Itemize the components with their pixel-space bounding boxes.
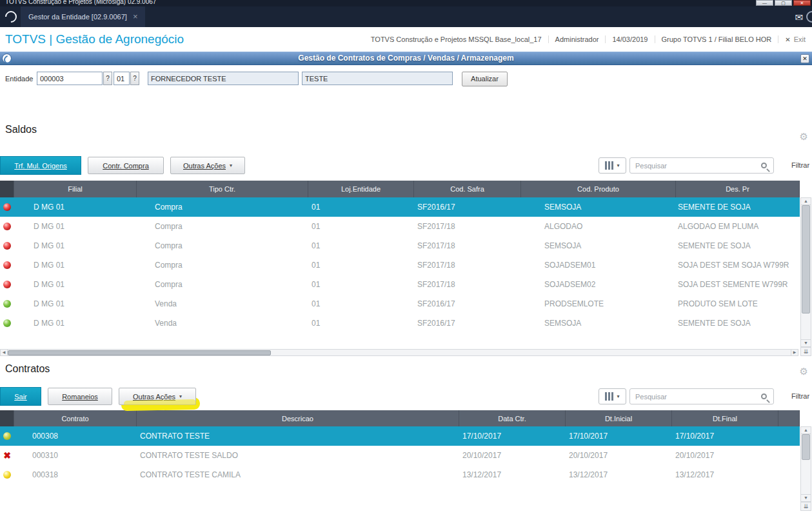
- store-lookup-button[interactable]: ?: [130, 72, 139, 85]
- scroll-thumb[interactable]: [8, 350, 271, 355]
- table-row[interactable]: D MG 01 Compra 01 SF2017/18 SOJADSEM02 S…: [0, 275, 800, 294]
- column-header[interactable]: Descricao: [137, 410, 459, 426]
- search-icon[interactable]: [761, 393, 767, 399]
- contratos-search-box: [629, 388, 774, 404]
- column-header[interactable]: Des. Pr: [676, 181, 800, 197]
- contratos-gear-icon[interactable]: ⚙: [800, 366, 808, 377]
- maximize-button[interactable]: ▢: [775, 0, 792, 6]
- column-header[interactable]: Dt.Final: [672, 410, 778, 426]
- saldos-toolbar: Trf. Mul. Origens Contr. Compra Outras A…: [0, 156, 812, 175]
- dialog-close-button[interactable]: ✕: [800, 54, 809, 63]
- contratos-table: Contrato Descricao Data Ctr. Dt.Inicial …: [0, 410, 800, 484]
- cell-tipo: Compra: [137, 241, 308, 250]
- sair-button[interactable]: Sair: [0, 387, 41, 406]
- scroll-up-icon[interactable]: ▲: [800, 197, 811, 205]
- cell-filial: D MG 01: [14, 222, 137, 231]
- saldos-gear-icon[interactable]: ⚙: [800, 131, 808, 143]
- saldos-column-config-button[interactable]: ▾: [599, 157, 626, 174]
- contratos-column-config-button[interactable]: ▾: [599, 388, 626, 404]
- column-header[interactable]: Contrato: [14, 410, 137, 426]
- scroll-track[interactable]: [800, 205, 811, 339]
- table-row[interactable]: 000318 CONTRATO TESTE CAMILA 13/12/2017 …: [0, 465, 800, 484]
- mail-icon[interactable]: ✉: [795, 12, 803, 23]
- scroll-down-icon[interactable]: ▼: [800, 339, 811, 347]
- status-column-header: [0, 181, 14, 197]
- saldos-search-input[interactable]: [630, 162, 761, 170]
- saldos-section-title: Saldos: [5, 124, 37, 135]
- scroll-thumb[interactable]: [802, 205, 810, 314]
- saldos-outras-acoes-button[interactable]: Outras Ações ▾: [170, 157, 245, 174]
- scroll-up-icon[interactable]: ▲: [800, 426, 811, 434]
- cell-produto: ALGODAO: [521, 222, 676, 231]
- table-row[interactable]: D MG 01 Venda 01 SF2016/17 PRODSEMLOTE P…: [0, 294, 800, 314]
- column-header[interactable]: Cod. Safra: [414, 181, 521, 197]
- saldos-vertical-scrollbar: ▲ ▼ ⇊: [800, 197, 811, 356]
- scroll-jump-down-icon[interactable]: ⇊: [800, 502, 811, 511]
- cell-descricao: CONTRATO TESTE: [137, 432, 459, 441]
- cell-descricao: CONTRATO TESTE SALDO: [137, 451, 459, 460]
- cell-tipo: Venda: [137, 299, 308, 308]
- caret-down-icon: ▾: [617, 393, 619, 399]
- cell-loja: 01: [308, 222, 414, 231]
- trf-mul-origens-button[interactable]: Trf. Mul. Origens: [0, 156, 81, 175]
- cell-filial: D MG 01: [14, 319, 137, 328]
- column-header[interactable]: Loj.Entidade: [308, 181, 414, 197]
- tab-gestor-entidade[interactable]: Gestor da Entidade [02.9.0067] ×: [21, 6, 145, 27]
- cell-descricao: CONTRATO TESTE CAMILA: [137, 470, 459, 479]
- scroll-track[interactable]: [8, 349, 791, 356]
- entity-name-field: [148, 72, 299, 85]
- user-label: Administrador: [549, 35, 606, 43]
- cell-tipo: Compra: [137, 261, 308, 270]
- cell-filial: D MG 01: [14, 261, 137, 270]
- cell-tipo: Venda: [137, 319, 308, 328]
- column-header[interactable]: Data Ctr.: [459, 410, 566, 426]
- column-header[interactable]: Dt.Inicial: [566, 410, 672, 426]
- table-row[interactable]: 000308 CONTRATO TESTE 17/10/2017 17/10/2…: [0, 426, 800, 446]
- cell-filial: D MG 01: [14, 280, 137, 289]
- status-icon: [3, 203, 11, 211]
- table-row[interactable]: D MG 01 Venda 01 SF2016/17 SEMSOJA SEMEN…: [0, 314, 800, 333]
- romaneios-button[interactable]: Romaneios: [48, 388, 112, 405]
- partial-logo-icon: [806, 11, 812, 23]
- cell-contrato: 000318: [14, 470, 137, 479]
- exit-button[interactable]: ✕ Exit: [778, 35, 809, 43]
- minimize-button[interactable]: —: [756, 0, 773, 6]
- entity-lookup-button[interactable]: ?: [103, 72, 112, 85]
- table-row[interactable]: ✖ 000310 CONTRATO TESTE SALDO 20/10/2017…: [0, 446, 800, 465]
- entity-code-input[interactable]: [37, 72, 103, 85]
- tab-close-icon[interactable]: ×: [133, 13, 138, 21]
- column-header[interactable]: Tipo Ctr.: [137, 181, 308, 197]
- contr-compra-button[interactable]: Contr. Compra: [88, 157, 164, 174]
- columns-icon: [605, 392, 613, 401]
- scroll-thumb[interactable]: [802, 434, 810, 460]
- status-cell: [0, 471, 14, 479]
- contratos-search-input[interactable]: [630, 393, 761, 401]
- exit-x-icon: ✕: [785, 36, 790, 43]
- cell-filial: D MG 01: [14, 203, 137, 212]
- search-icon[interactable]: [761, 163, 767, 168]
- store-code-input[interactable]: [114, 72, 130, 85]
- cell-produto: SEMSOJA: [521, 319, 676, 328]
- scroll-jump-down-icon[interactable]: ⇊: [800, 347, 811, 356]
- branch-label: Grupo TOTVS 1 / Filial BELO HOR: [655, 35, 779, 43]
- yellow-highlight-annotation-overlay: [124, 399, 196, 407]
- table-row[interactable]: D MG 01 Compra 01 SF2017/18 ALGODAO ALGO…: [0, 217, 800, 236]
- column-header[interactable]: Cod. Produto: [521, 181, 676, 197]
- cell-dt-inicial: 17/10/2017: [566, 432, 672, 441]
- saldos-filter-link[interactable]: Filtrar: [791, 161, 809, 169]
- table-row[interactable]: D MG 01 Compra 01 SF2017/18 SEMSOJA SEME…: [0, 236, 800, 255]
- scroll-left-icon[interactable]: ◀: [0, 349, 8, 356]
- environment-label: TOTVS Construção e Projetos MSSQL Base_l…: [364, 35, 549, 43]
- cell-descricao: SEMENTE DE SOJA: [676, 241, 800, 250]
- contratos-toolbar: Sair Romaneios Outras Ações ▾ ▾ Filtrar: [0, 387, 812, 406]
- scroll-track[interactable]: [800, 434, 811, 494]
- column-header[interactable]: Filial: [14, 181, 137, 197]
- columns-icon: [605, 161, 613, 170]
- scroll-right-icon[interactable]: ▶: [791, 349, 798, 356]
- scroll-down-icon[interactable]: ▼: [800, 494, 811, 502]
- table-row[interactable]: D MG 01 Compra 01 SF2017/18 SOJADSEM01 S…: [0, 255, 800, 275]
- contratos-filter-link[interactable]: Filtrar: [791, 392, 809, 400]
- close-button[interactable]: ✕: [793, 0, 811, 6]
- refresh-button[interactable]: Atualizar: [462, 72, 508, 86]
- table-row[interactable]: D MG 01 Compra 01 SF2016/17 SEMSOJA SEME…: [0, 197, 800, 217]
